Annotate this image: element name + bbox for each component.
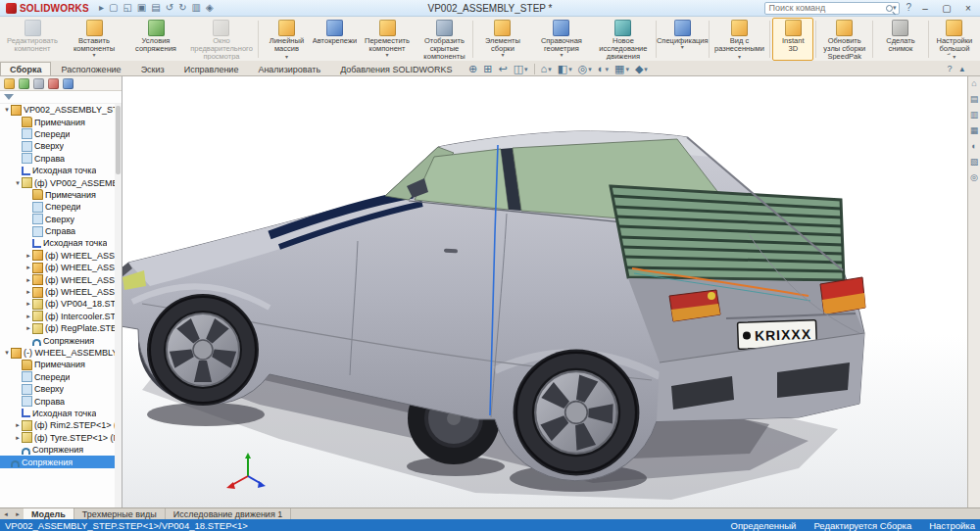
tree-item[interactable]: ▸(ф) WHEEL_ASSEMBLY_2.STE: [0, 262, 115, 273]
tree-item[interactable]: Справа: [0, 395, 115, 407]
collapsed-arrow-icon[interactable]: ▸: [14, 421, 22, 429]
dimxpertmanager-tab[interactable]: [48, 78, 59, 89]
viewport-canvas[interactable]: KRIXXX: [122, 76, 967, 507]
collapsed-arrow-icon[interactable]: ▸: [24, 300, 32, 308]
display-style-icon[interactable]: ◧▾: [558, 64, 572, 74]
tree-item[interactable]: Справа: [0, 153, 115, 165]
ribbon-button-mate[interactable]: Условия сопряжения: [125, 18, 186, 61]
solidworks-resources-icon[interactable]: ⌂: [971, 79, 976, 88]
dropdown-caret-icon[interactable]: ▾: [738, 55, 741, 60]
tree-item[interactable]: Спереди: [0, 128, 115, 140]
tree-item[interactable]: Исходная точка: [0, 408, 115, 419]
tree-item[interactable]: ▸(ф) RegPlate.STEP<1> (По ум: [0, 322, 115, 334]
dropdown-caret-icon[interactable]: ▾: [588, 66, 592, 72]
appearances-scenes-icon[interactable]: ◐: [971, 142, 976, 151]
tree-item[interactable]: Примечания: [0, 189, 115, 201]
hide-show-items-icon[interactable]: ◎▾: [578, 64, 592, 74]
tree-item[interactable]: ▸(ф) WHEEL_ASSEMBLY_2.STE: [0, 273, 115, 285]
view-palette-icon[interactable]: ▦: [970, 126, 979, 135]
close-button[interactable]: ×: [960, 3, 976, 14]
search-caret-icon[interactable]: ▾: [893, 4, 897, 12]
tree-item[interactable]: Примечания: [0, 116, 115, 127]
tree-item[interactable]: Спереди: [0, 371, 115, 383]
print-icon[interactable]: ▤: [151, 3, 160, 13]
tab-эскиз[interactable]: Эскиз: [131, 62, 174, 75]
tree-item[interactable]: Справа: [0, 225, 115, 237]
ribbon-button-show-hidden[interactable]: Отобразить скрытые компоненты: [418, 18, 470, 61]
ribbon-button-reference-geometry[interactable]: Справочная геометрия▾: [531, 18, 592, 61]
dropdown-caret-icon[interactable]: ▾: [644, 66, 648, 72]
ribbon-button-instant-3d[interactable]: Instant 3D: [772, 18, 813, 61]
dropdown-caret-icon[interactable]: ▾: [681, 45, 684, 50]
new-file-icon[interactable]: ▢: [109, 3, 118, 13]
bottom-tab-1[interactable]: Трехмерные виды: [74, 508, 166, 519]
bottom-tab-2[interactable]: Исследование движения 1: [166, 508, 291, 519]
tree-item[interactable]: Исходная точка: [0, 237, 115, 249]
tree-item[interactable]: Сверху: [0, 383, 115, 395]
select-arrow-icon[interactable]: ▸: [99, 3, 104, 13]
collapsed-arrow-icon[interactable]: ▸: [24, 252, 32, 260]
previous-view-icon[interactable]: ↩: [498, 64, 507, 74]
tree-item[interactable]: ▸(ф) Tyre.STEP<1> (По умолчан: [0, 432, 115, 444]
collapsed-arrow-icon[interactable]: ▸: [24, 324, 32, 332]
tree-scrollbar[interactable]: [115, 104, 122, 507]
command-search[interactable]: ▾: [764, 2, 900, 15]
configurationmanager-tab[interactable]: [33, 78, 44, 89]
ribbon-button-assembly-features[interactable]: Элементы сборки▾: [475, 18, 530, 61]
bottom-nav-left-icon[interactable]: ◂: [0, 508, 12, 519]
collapsed-arrow-icon[interactable]: ▸: [24, 313, 32, 320]
tab-анализировать[interactable]: Анализировать: [248, 62, 330, 75]
custom-properties-icon[interactable]: ▧: [970, 158, 979, 167]
dropdown-caret-icon[interactable]: ▾: [92, 53, 95, 58]
tree-item[interactable]: Сопряжения: [0, 456, 115, 467]
tree-item[interactable]: ▾(ф) VP002_ASSEMBLY_STEP.STEP: [0, 176, 115, 188]
tree-item[interactable]: ▸(ф) WHEEL_ASSEMBLY_2.STE: [0, 250, 115, 262]
dropdown-caret-icon[interactable]: ▾: [560, 53, 563, 58]
filter-icon[interactable]: [4, 94, 14, 100]
dropdown-caret-icon[interactable]: ▾: [548, 66, 552, 72]
collapsed-arrow-icon[interactable]: ▸: [14, 434, 22, 442]
featuremanager-tree-tab[interactable]: [4, 78, 15, 89]
expanded-arrow-icon[interactable]: ▾: [3, 106, 11, 114]
ribbon-button-move-component[interactable]: Переместить компонент▾: [357, 18, 417, 61]
dropdown-caret-icon[interactable]: ▾: [285, 55, 288, 60]
tab-исправление[interactable]: Исправление: [174, 62, 249, 75]
tree-item[interactable]: Сопряжения: [0, 444, 115, 456]
file-properties-icon[interactable]: ▥: [192, 3, 201, 13]
file-explorer-icon[interactable]: ▥: [970, 111, 979, 120]
collapsed-arrow-icon[interactable]: ▸: [24, 276, 32, 284]
tab-добавления-solidworks[interactable]: Добавления SOLIDWORKS: [330, 62, 462, 75]
bottom-tab-0[interactable]: Модель: [24, 508, 74, 519]
tree-item[interactable]: Спереди: [0, 201, 115, 213]
dropdown-caret-icon[interactable]: ▾: [385, 53, 388, 58]
ribbon-button-motion-study[interactable]: Новое исследование движения: [593, 18, 654, 61]
tree-item[interactable]: Сверху: [0, 140, 115, 152]
displaymanager-tab[interactable]: [63, 78, 74, 89]
dropdown-caret-icon[interactable]: ▾: [625, 66, 629, 72]
ribbon-button-bom[interactable]: Спецификация▾: [659, 18, 707, 61]
tab-расположение[interactable]: Расположение: [51, 62, 130, 75]
design-library-icon[interactable]: ▤: [970, 95, 979, 104]
edit-appearance-icon[interactable]: ◐▾: [598, 64, 609, 74]
ribbon-button-smart-fasteners[interactable]: Автокрепежи: [314, 18, 356, 61]
bottom-nav-right-icon[interactable]: ▸: [12, 508, 24, 519]
collapsed-arrow-icon[interactable]: ▸: [24, 264, 32, 271]
open-file-icon[interactable]: ◱: [122, 3, 131, 13]
ribbon-button-insert-components[interactable]: Вставить компоненты▾: [64, 18, 124, 61]
graphics-viewport[interactable]: KRIXXX: [122, 76, 967, 507]
maximize-button[interactable]: ▢: [939, 3, 955, 14]
view-settings-icon[interactable]: ◆▾: [635, 64, 648, 74]
section-view-icon[interactable]: ◫▾: [514, 64, 528, 74]
dropdown-caret-icon[interactable]: ▾: [501, 53, 504, 58]
view-orientation-icon[interactable]: ⌂▾: [541, 64, 552, 74]
status-configuration[interactable]: Настройка: [929, 520, 975, 531]
tab-сборка[interactable]: Сборка: [0, 62, 51, 75]
dropdown-caret-icon[interactable]: ▾: [524, 66, 528, 72]
expanded-arrow-icon[interactable]: ▾: [3, 349, 11, 357]
tree-item[interactable]: Примечания: [0, 359, 115, 370]
propertymanager-tab[interactable]: [19, 78, 29, 89]
ribbon-button-linear-pattern[interactable]: Линейный массив компонентов▾: [261, 18, 313, 61]
expanded-arrow-icon[interactable]: ▾: [14, 179, 22, 187]
ribbon-button-update-speedpak[interactable]: Обновить узлы сборки SpeedPak: [818, 18, 870, 61]
help-icon[interactable]: ?: [906, 3, 911, 13]
